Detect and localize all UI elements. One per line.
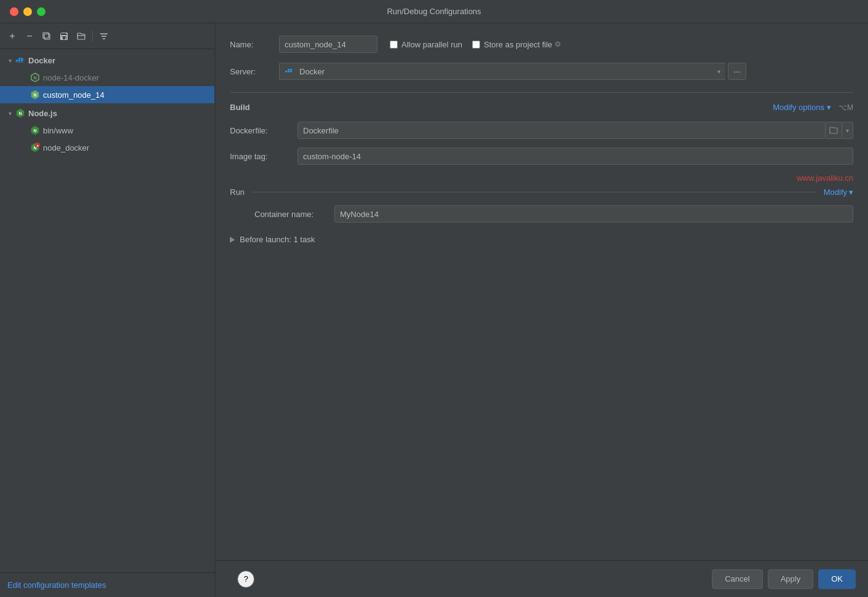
svg-text:N: N [33, 76, 36, 80]
server-row: Server: Docker ▾ ··· [230, 63, 853, 80]
run-section: Run Modify ▾ Container name: [230, 188, 853, 223]
container-name-label: Container name: [254, 210, 334, 219]
main-layout: + − [0, 23, 868, 597]
window-title: Run/Debug Configurations [387, 7, 481, 16]
window-controls[interactable] [10, 7, 45, 16]
container-name-field: Container name: [230, 205, 853, 223]
dockerfile-label: Dockerfile: [230, 126, 298, 135]
run-header: Run Modify ▾ [230, 188, 853, 197]
name-row: Name: Allow parallel run Store as projec… [230, 36, 853, 53]
dockerfile-folder-button[interactable] [826, 122, 842, 139]
run-divider-line [252, 192, 816, 192]
modify-options-shortcut: ⌥M [838, 103, 853, 112]
svg-text:✕: ✕ [36, 144, 39, 148]
apply-button[interactable]: Apply [768, 569, 814, 589]
bin-www-icon: N [30, 125, 41, 136]
custom-node-14-label: custom_node_14 [43, 90, 105, 100]
store-as-project-text: Store as project file [484, 40, 552, 49]
tree-item-node-docker[interactable]: N ✕ node_docker [0, 139, 215, 156]
cancel-button[interactable]: Cancel [712, 569, 762, 589]
store-as-project-label[interactable]: Store as project file [472, 40, 552, 49]
modify-run-link[interactable]: Modify ▾ [824, 188, 853, 197]
store-as-project-checkbox[interactable] [472, 41, 480, 49]
tree-item-custom-node-14[interactable]: N custom_node_14 [0, 86, 215, 103]
tree-item-node-14-docker[interactable]: N node-14-docker [0, 69, 215, 86]
action-bar: ? Cancel Apply OK [215, 560, 868, 597]
server-value: Docker [299, 67, 325, 76]
tree-item-nodejs-group[interactable]: ▾ N Node.js [0, 105, 215, 122]
name-input[interactable] [279, 36, 377, 53]
add-config-button[interactable]: + [5, 29, 20, 44]
minimize-button[interactable] [23, 7, 32, 16]
before-launch-section: Before launch: 1 task [230, 235, 853, 244]
container-name-input[interactable] [334, 205, 853, 223]
image-tag-input[interactable] [298, 148, 853, 165]
nodejs-inactive-icon: N [30, 72, 41, 83]
build-section-header: Build Modify options ▾ ⌥M [230, 103, 853, 112]
toolbar-divider [92, 31, 93, 42]
modify-options-arrow: ▾ [827, 103, 831, 112]
run-title: Run [230, 188, 245, 197]
copy-config-button[interactable] [39, 29, 54, 44]
image-tag-field: Image tag: [230, 148, 853, 165]
right-panel: Name: Allow parallel run Store as projec… [215, 23, 868, 597]
before-launch-header[interactable]: Before launch: 1 task [230, 235, 853, 244]
save-config-button[interactable] [57, 29, 71, 44]
server-dropdown[interactable]: Docker ▾ [279, 63, 725, 80]
expand-arrow-nodejs: ▾ [5, 110, 15, 117]
help-button[interactable]: ? [237, 571, 254, 588]
node-docker-error-icon: N ✕ [30, 142, 41, 153]
build-title: Build [230, 103, 250, 112]
container-name-wrap [334, 205, 853, 223]
modify-options-link[interactable]: Modify options ▾ ⌥M [773, 103, 853, 112]
nodejs-group-icon: N [15, 108, 26, 119]
svg-rect-1 [43, 33, 49, 38]
dockerfile-input[interactable] [298, 122, 826, 139]
server-label: Server: [230, 67, 279, 76]
docker-server-icon [285, 66, 294, 76]
svg-rect-23 [290, 69, 292, 71]
dockerfile-field: Dockerfile: ▾ [230, 122, 853, 139]
sidebar-toolbar: + − [0, 23, 215, 49]
svg-rect-2 [16, 60, 18, 61]
expand-arrow-docker: ▾ [5, 57, 15, 64]
sidebar-footer: Edit configuration templates [0, 572, 215, 597]
svg-rect-22 [288, 69, 290, 71]
server-select-wrap: Docker ▾ ··· [279, 63, 746, 80]
gear-icon[interactable]: ⚙ [554, 40, 561, 49]
tree-item-docker-group[interactable]: ▾ Docker [0, 52, 215, 69]
node-14-docker-label: node-14-docker [43, 73, 99, 82]
server-more-button[interactable]: ··· [728, 63, 746, 80]
tree-item-bin-www[interactable]: N bin/www [0, 122, 215, 139]
maximize-button[interactable] [37, 7, 45, 16]
dockerfile-dropdown-button[interactable]: ▾ [842, 122, 853, 139]
svg-rect-0 [44, 34, 50, 39]
modify-run-text: Modify [824, 188, 847, 197]
sidebar: + − [0, 23, 215, 597]
svg-text:N: N [33, 93, 36, 97]
allow-parallel-run-label[interactable]: Allow parallel run [390, 40, 462, 49]
watermark: www.javaliku.cn [230, 173, 853, 183]
svg-rect-3 [18, 60, 20, 61]
nodejs-icon: N [30, 89, 41, 100]
folder-icon [829, 126, 838, 135]
folder-config-button[interactable] [74, 29, 89, 44]
before-launch-triangle [230, 237, 235, 243]
docker-icon [15, 55, 26, 66]
server-dropdown-arrow: ▾ [717, 68, 720, 75]
allow-parallel-run-text: Allow parallel run [401, 40, 462, 49]
sort-config-button[interactable] [97, 29, 111, 44]
remove-config-button[interactable]: − [22, 29, 37, 44]
allow-parallel-run-checkbox[interactable] [390, 41, 398, 49]
action-bar-inner: ? Cancel Apply OK [227, 569, 856, 589]
svg-rect-19 [285, 71, 287, 73]
edit-templates-link[interactable]: Edit configuration templates [7, 580, 106, 590]
svg-rect-4 [21, 60, 23, 61]
close-button[interactable] [10, 7, 18, 16]
ok-button[interactable]: OK [818, 569, 856, 589]
svg-rect-20 [288, 71, 290, 73]
name-label: Name: [230, 40, 279, 49]
node-docker-label: node_docker [43, 143, 89, 152]
svg-text:N: N [18, 111, 22, 116]
title-bar: Run/Debug Configurations [0, 0, 868, 23]
